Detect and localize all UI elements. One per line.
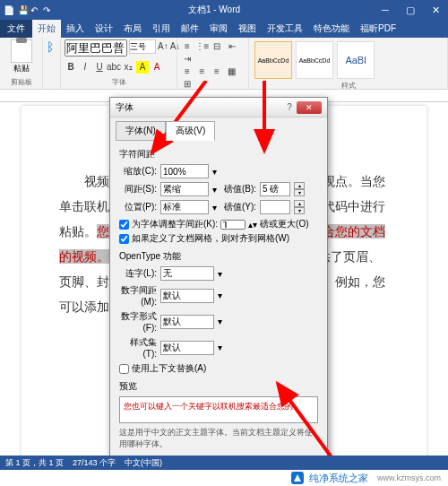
tab-review[interactable]: 审阅: [204, 20, 233, 38]
group-styles: AaBbCcDd AaBbCcDd AaBl 样式: [249, 38, 448, 89]
dialog-tabs: 字体(N) 高级(V): [110, 117, 327, 141]
status-lang[interactable]: 中文(中国): [125, 457, 162, 469]
chevron-down-icon[interactable]: ▾: [218, 317, 222, 326]
chevron-down-icon[interactable]: ▾: [212, 203, 217, 213]
chevron-down-icon[interactable]: ▾: [218, 343, 222, 352]
tab-layout[interactable]: 布局: [118, 20, 147, 38]
tab-file[interactable]: 文件: [0, 20, 32, 38]
tab-mailings[interactable]: 邮件: [176, 20, 204, 38]
styleset-select[interactable]: [160, 341, 214, 355]
ligature-select[interactable]: [160, 266, 214, 281]
font-color-icon[interactable]: A: [151, 61, 163, 74]
numbering-icon[interactable]: ⋮≡: [196, 39, 209, 52]
dialog-titlebar[interactable]: 字体 ? ✕: [110, 98, 327, 117]
tab-insert[interactable]: 插入: [61, 20, 90, 38]
position-spinner[interactable]: ▴▾: [294, 200, 305, 214]
watermark-url: www.kzmsys.com: [377, 473, 441, 482]
ligature-label: 连字(L):: [119, 267, 157, 280]
align-center-icon[interactable]: ≡: [196, 65, 209, 77]
chevron-down-icon[interactable]: ▾: [212, 167, 217, 177]
tab-view[interactable]: 视图: [233, 20, 262, 38]
paste-button[interactable]: 粘贴: [4, 39, 39, 74]
help-icon[interactable]: ?: [282, 102, 297, 112]
tab-developer[interactable]: 开发工具: [262, 20, 308, 38]
indent-inc-icon[interactable]: ⇥: [181, 52, 194, 65]
tab-design[interactable]: 设计: [90, 20, 118, 38]
indent-dec-icon[interactable]: ⇤: [226, 39, 238, 52]
spacing-pt-input[interactable]: [260, 182, 290, 196]
multilevel-icon[interactable]: ⊟: [211, 39, 223, 52]
grid-checkbox[interactable]: [119, 234, 129, 244]
style-nospacing[interactable]: AaBbCcDd: [296, 41, 333, 79]
chevron-down-icon[interactable]: ▾: [218, 269, 222, 279]
watermark-name: 纯净系统之家: [309, 472, 368, 485]
minimize-icon[interactable]: ─: [373, 4, 398, 15]
close-icon[interactable]: ✕: [423, 4, 448, 16]
strike-icon[interactable]: abc: [108, 61, 120, 74]
close-icon[interactable]: ✕: [297, 101, 322, 114]
bold-icon[interactable]: B: [65, 61, 77, 74]
chevron-down-icon[interactable]: ▾: [218, 291, 222, 300]
spacing-select[interactable]: [160, 182, 209, 196]
kerning-spinner[interactable]: ▴▾: [248, 220, 257, 230]
bluetooth-icon[interactable]: ᛒ: [47, 39, 56, 54]
undo-icon[interactable]: ↶: [30, 5, 43, 15]
clipboard-label: 剪贴板: [4, 77, 39, 87]
watermark-logo-icon: [291, 472, 304, 484]
status-page[interactable]: 第 1 页，共 1 页: [5, 457, 64, 469]
numform-select[interactable]: [160, 315, 214, 329]
align-right-icon[interactable]: ≡: [211, 65, 223, 77]
save-icon[interactable]: 💾: [18, 5, 30, 15]
grid-label: 如果定义了文档网格，则对齐到网格(W): [132, 232, 289, 245]
paste-label: 粘贴: [13, 63, 30, 74]
align-left-icon[interactable]: ≡: [181, 65, 194, 77]
position-pt-input[interactable]: [260, 200, 290, 214]
tab-font[interactable]: 字体(N): [116, 121, 166, 141]
section-preview: 预览: [119, 380, 318, 393]
style-normal[interactable]: AaBbCcDd: [254, 41, 292, 79]
kerning-checkbox[interactable]: [119, 220, 129, 230]
status-words[interactable]: 27/143 个字: [73, 457, 116, 469]
style-heading1[interactable]: AaBl: [337, 41, 375, 79]
tab-references[interactable]: 引用: [147, 20, 176, 38]
section-opentype: OpenType 功能: [119, 250, 318, 263]
kerning-input[interactable]: [220, 220, 246, 230]
group-font: A↑ A↓ B I U abc x₂ A A 字体: [61, 38, 177, 89]
chevron-down-icon[interactable]: ▾: [212, 185, 217, 195]
section-char-spacing: 字符间距: [119, 148, 318, 161]
spacing-pt-label: 磅值(B):: [220, 183, 256, 195]
tab-special[interactable]: 特色功能: [308, 20, 355, 38]
grow-font-icon[interactable]: A↑: [158, 39, 168, 52]
borders-icon[interactable]: ⊞: [181, 77, 194, 90]
scale-label: 缩放(C):: [119, 165, 157, 178]
ribbon-tabs: 文件 开始 插入 设计 布局 引用 邮件 审阅 视图 开发工具 特色功能 福昕P…: [0, 20, 448, 38]
group-bluetooth: ᛒ: [43, 38, 61, 89]
underline-icon[interactable]: U: [93, 61, 106, 74]
font-name-select[interactable]: [65, 39, 127, 56]
italic-icon[interactable]: I: [79, 61, 91, 74]
highlight-icon[interactable]: A: [136, 61, 149, 74]
font-size-select[interactable]: [129, 39, 156, 54]
kerning-label: 为字体调整字间距(K):: [132, 218, 218, 230]
font-dialog: 字体 ? ✕ 字体(N) 高级(V) 字符间距 缩放(C): ▾ 间距(S): …: [109, 97, 328, 486]
subscript-icon[interactable]: x₂: [122, 61, 134, 74]
maximize-icon[interactable]: ▢: [398, 4, 423, 16]
redo-icon[interactable]: ↷: [43, 5, 56, 15]
shading-icon[interactable]: ▦: [226, 65, 238, 77]
position-select[interactable]: [160, 200, 209, 214]
context-checkbox[interactable]: [119, 364, 129, 374]
bullets-icon[interactable]: ≡: [181, 39, 194, 52]
scale-select[interactable]: [160, 164, 209, 178]
tab-pdf[interactable]: 福昕PDF: [355, 20, 401, 38]
ribbon: 粘贴 剪贴板 ᛒ A↑ A↓ B I U abc x₂ A A 字体 ≡ ⋮≡ …: [0, 38, 448, 90]
tab-home[interactable]: 开始: [32, 20, 61, 38]
kerning-unit: 磅或更大(O): [260, 218, 308, 230]
spacing-spinner[interactable]: ▴▾: [294, 182, 305, 196]
tab-advanced[interactable]: 高级(V): [166, 121, 215, 141]
title-bar: 📄 💾 ↶ ↷ 文档1 - Word ─ ▢ ✕: [0, 0, 448, 20]
font-group-label: 字体: [65, 77, 173, 87]
dialog-body: 字符间距 缩放(C): ▾ 间距(S): ▾ 磅值(B): ▴▾ 位置(P): …: [110, 141, 327, 463]
numspace-label: 数字间距(M):: [119, 284, 157, 307]
preview-note: 这是用于中文的正文主题字体。当前文档主题定义将使用哪种字体。: [119, 427, 318, 450]
numspace-select[interactable]: [160, 289, 214, 303]
